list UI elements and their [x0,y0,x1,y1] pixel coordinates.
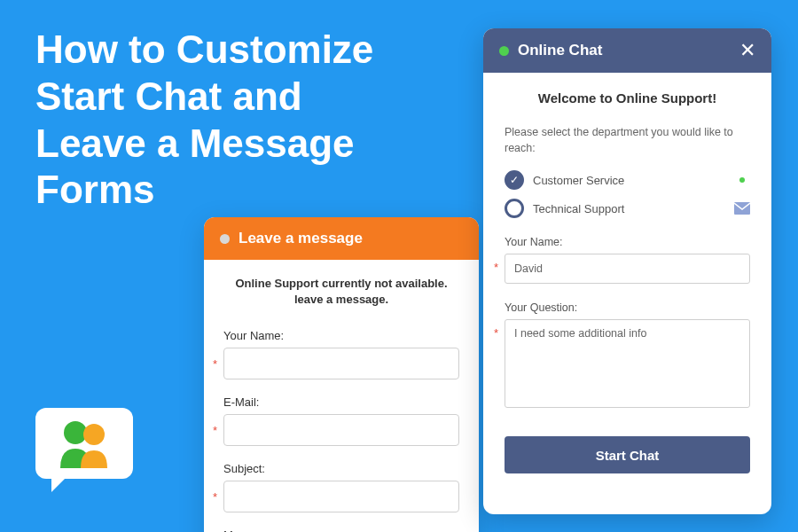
chat-question-input[interactable]: I need some additional info [505,319,750,408]
message-label: Message: [223,528,459,532]
offline-status-dot [220,234,230,244]
department-option-technical-support[interactable]: Technical Support [505,199,750,218]
leave-message-title: Leave a message [239,230,363,247]
availability-notice: Online Support currently not available. … [223,276,459,308]
required-indicator: * [494,261,498,274]
chat-title: Online Chat [518,42,602,59]
chat-question-label: Your Question: [505,301,750,314]
required-indicator: * [494,326,498,340]
svg-point-0 [64,421,87,444]
leave-message-form: Leave a message Online Support currently… [204,217,479,532]
department-label: Customer Service [533,174,725,187]
welcome-heading: Welcome to Online Support! [505,90,750,106]
required-indicator: * [213,357,217,371]
page-title: How to Customize Start Chat and Leave a … [35,27,390,214]
required-indicator: * [213,424,217,437]
start-chat-button[interactable]: Start Chat [505,436,750,473]
required-indicator: * [213,490,217,504]
instruction-text: Please select the department you would l… [505,125,750,156]
logo [35,408,142,497]
svg-point-1 [83,424,105,445]
online-status-dot [499,46,509,56]
radio-selected-icon: ✓ [505,170,524,190]
chat-name-input[interactable] [505,254,750,284]
mail-icon [734,202,750,215]
department-label: Technical Support [533,202,725,215]
name-input[interactable] [223,348,459,379]
name-label: Your Name: [223,329,459,342]
online-chat-form: Online Chat ✕ Welcome to Online Support!… [483,28,771,514]
department-option-customer-service[interactable]: ✓ Customer Service [505,170,750,190]
subject-label: Subject: [223,462,459,475]
radio-unselected-icon [505,199,524,218]
online-indicator-icon [734,177,750,183]
close-icon[interactable]: ✕ [739,41,755,60]
svg-rect-2 [734,202,750,215]
subject-input[interactable] [223,481,459,512]
leave-message-header: Leave a message [204,217,479,260]
email-input[interactable] [223,414,459,446]
email-label: E-Mail: [223,395,459,409]
chat-name-label: Your Name: [505,236,750,248]
chat-header: Online Chat ✕ [483,28,771,73]
people-icon [55,419,115,468]
checkmark-icon: ✓ [510,175,519,185]
